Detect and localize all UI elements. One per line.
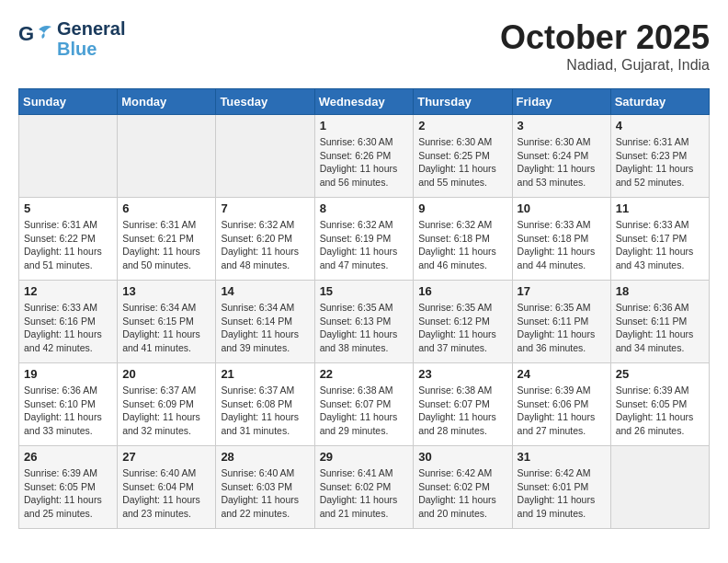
calendar-cell: 16Sunrise: 6:35 AMSunset: 6:12 PMDayligh…	[414, 281, 512, 363]
day-number: 9	[418, 201, 506, 215]
day-info: Sunrise: 6:38 AMSunset: 6:07 PMDaylight:…	[320, 384, 409, 438]
day-number: 10	[518, 201, 606, 215]
day-info: Sunrise: 6:32 AMSunset: 6:18 PMDaylight:…	[418, 218, 506, 272]
day-info: Sunrise: 6:35 AMSunset: 6:12 PMDaylight:…	[418, 301, 506, 355]
calendar-cell: 4Sunrise: 6:31 AMSunset: 6:23 PMDaylight…	[610, 115, 709, 198]
header-row: SundayMondayTuesdayWednesdayThursdayFrid…	[19, 89, 710, 115]
header-day-monday: Monday	[118, 89, 216, 115]
calendar-cell: 8Sunrise: 6:32 AMSunset: 6:19 PMDaylight…	[314, 198, 414, 281]
header-day-saturday: Saturday	[610, 89, 709, 115]
header-day-thursday: Thursday	[414, 89, 512, 115]
calendar-cell: 7Sunrise: 6:32 AMSunset: 6:20 PMDaylight…	[216, 198, 314, 281]
day-info: Sunrise: 6:39 AMSunset: 6:05 PMDaylight:…	[24, 466, 112, 521]
day-number: 19	[24, 367, 112, 381]
day-info: Sunrise: 6:39 AMSunset: 6:06 PMDaylight:…	[518, 384, 606, 438]
calendar-cell: 26Sunrise: 6:39 AMSunset: 6:05 PMDayligh…	[19, 446, 118, 529]
logo-blue: Blue	[57, 39, 125, 59]
day-number: 20	[122, 367, 210, 381]
day-number: 22	[320, 367, 409, 381]
calendar-cell: 20Sunrise: 6:37 AMSunset: 6:09 PMDayligh…	[118, 363, 216, 446]
calendar-cell: 11Sunrise: 6:33 AMSunset: 6:17 PMDayligh…	[610, 198, 709, 281]
week-row-4: 19Sunrise: 6:36 AMSunset: 6:10 PMDayligh…	[19, 363, 710, 446]
day-number: 2	[418, 119, 506, 132]
title-area: October 2025 Nadiad, Gujarat, India	[500, 18, 710, 74]
day-number: 5	[24, 201, 112, 215]
day-info: Sunrise: 6:32 AMSunset: 6:20 PMDaylight:…	[221, 218, 309, 272]
week-row-3: 12Sunrise: 6:33 AMSunset: 6:16 PMDayligh…	[19, 281, 710, 363]
day-info: Sunrise: 6:33 AMSunset: 6:16 PMDaylight:…	[24, 301, 112, 355]
day-info: Sunrise: 6:36 AMSunset: 6:11 PMDaylight:…	[616, 301, 704, 355]
day-info: Sunrise: 6:31 AMSunset: 6:22 PMDaylight:…	[24, 218, 112, 272]
calendar-cell: 28Sunrise: 6:40 AMSunset: 6:03 PMDayligh…	[216, 446, 314, 529]
day-info: Sunrise: 6:41 AMSunset: 6:02 PMDaylight:…	[320, 466, 409, 521]
calendar: SundayMondayTuesdayWednesdayThursdayFrid…	[18, 88, 710, 529]
day-info: Sunrise: 6:30 AMSunset: 6:25 PMDaylight:…	[418, 135, 506, 190]
calendar-cell	[610, 446, 709, 529]
calendar-cell: 18Sunrise: 6:36 AMSunset: 6:11 PMDayligh…	[610, 281, 709, 363]
header-day-sunday: Sunday	[19, 89, 118, 115]
day-info: Sunrise: 6:32 AMSunset: 6:19 PMDaylight:…	[320, 218, 409, 272]
week-row-1: 1Sunrise: 6:30 AMSunset: 6:26 PMDaylight…	[19, 115, 710, 198]
day-number: 6	[122, 201, 210, 215]
calendar-cell: 3Sunrise: 6:30 AMSunset: 6:24 PMDaylight…	[512, 115, 610, 198]
calendar-cell: 31Sunrise: 6:42 AMSunset: 6:01 PMDayligh…	[512, 446, 610, 529]
logo-general: General	[57, 18, 125, 39]
svg-text:G: G	[18, 22, 34, 45]
day-info: Sunrise: 6:42 AMSunset: 6:01 PMDaylight:…	[518, 466, 606, 521]
day-info: Sunrise: 6:38 AMSunset: 6:07 PMDaylight:…	[418, 384, 506, 438]
day-number: 28	[221, 450, 309, 464]
day-number: 16	[418, 284, 506, 298]
day-info: Sunrise: 6:31 AMSunset: 6:23 PMDaylight:…	[616, 135, 704, 190]
day-number: 23	[418, 367, 506, 381]
day-number: 13	[122, 284, 210, 298]
calendar-cell: 2Sunrise: 6:30 AMSunset: 6:25 PMDaylight…	[414, 115, 512, 198]
day-info: Sunrise: 6:35 AMSunset: 6:11 PMDaylight:…	[518, 301, 606, 355]
day-info: Sunrise: 6:40 AMSunset: 6:04 PMDaylight:…	[122, 466, 210, 521]
calendar-cell: 19Sunrise: 6:36 AMSunset: 6:10 PMDayligh…	[19, 363, 118, 446]
calendar-cell: 24Sunrise: 6:39 AMSunset: 6:06 PMDayligh…	[512, 363, 610, 446]
day-info: Sunrise: 6:42 AMSunset: 6:02 PMDaylight:…	[418, 466, 506, 521]
calendar-cell: 1Sunrise: 6:30 AMSunset: 6:26 PMDaylight…	[314, 115, 414, 198]
calendar-cell: 5Sunrise: 6:31 AMSunset: 6:22 PMDaylight…	[19, 198, 118, 281]
day-info: Sunrise: 6:40 AMSunset: 6:03 PMDaylight:…	[221, 466, 309, 521]
calendar-cell: 6Sunrise: 6:31 AMSunset: 6:21 PMDaylight…	[118, 198, 216, 281]
logo: G General Blue	[18, 18, 125, 59]
calendar-cell: 29Sunrise: 6:41 AMSunset: 6:02 PMDayligh…	[314, 446, 414, 529]
calendar-cell	[19, 115, 118, 198]
day-info: Sunrise: 6:37 AMSunset: 6:09 PMDaylight:…	[122, 384, 210, 438]
calendar-cell: 13Sunrise: 6:34 AMSunset: 6:15 PMDayligh…	[118, 281, 216, 363]
day-info: Sunrise: 6:33 AMSunset: 6:18 PMDaylight:…	[518, 218, 606, 272]
day-number: 3	[518, 119, 606, 132]
day-info: Sunrise: 6:35 AMSunset: 6:13 PMDaylight:…	[320, 301, 409, 355]
logo-icon: G	[18, 22, 53, 55]
day-number: 29	[320, 450, 409, 464]
day-number: 18	[616, 284, 704, 298]
day-number: 4	[616, 119, 704, 132]
day-info: Sunrise: 6:30 AMSunset: 6:26 PMDaylight:…	[320, 135, 409, 190]
calendar-cell	[216, 115, 314, 198]
calendar-cell: 14Sunrise: 6:34 AMSunset: 6:14 PMDayligh…	[216, 281, 314, 363]
week-row-5: 26Sunrise: 6:39 AMSunset: 6:05 PMDayligh…	[19, 446, 710, 529]
calendar-cell: 21Sunrise: 6:37 AMSunset: 6:08 PMDayligh…	[216, 363, 314, 446]
header-day-friday: Friday	[512, 89, 610, 115]
day-info: Sunrise: 6:34 AMSunset: 6:14 PMDaylight:…	[221, 301, 309, 355]
day-number: 15	[320, 284, 409, 298]
day-info: Sunrise: 6:39 AMSunset: 6:05 PMDaylight:…	[616, 384, 704, 438]
location: Nadiad, Gujarat, India	[500, 57, 710, 74]
day-number: 17	[518, 284, 606, 298]
day-number: 14	[221, 284, 309, 298]
day-number: 7	[221, 201, 309, 215]
calendar-cell: 10Sunrise: 6:33 AMSunset: 6:18 PMDayligh…	[512, 198, 610, 281]
calendar-cell: 17Sunrise: 6:35 AMSunset: 6:11 PMDayligh…	[512, 281, 610, 363]
week-row-2: 5Sunrise: 6:31 AMSunset: 6:22 PMDaylight…	[19, 198, 710, 281]
calendar-cell: 15Sunrise: 6:35 AMSunset: 6:13 PMDayligh…	[314, 281, 414, 363]
day-number: 31	[518, 450, 606, 464]
calendar-cell: 9Sunrise: 6:32 AMSunset: 6:18 PMDaylight…	[414, 198, 512, 281]
month-title: October 2025	[500, 18, 710, 57]
day-number: 8	[320, 201, 409, 215]
day-number: 25	[616, 367, 704, 381]
calendar-cell: 27Sunrise: 6:40 AMSunset: 6:04 PMDayligh…	[118, 446, 216, 529]
calendar-cell: 22Sunrise: 6:38 AMSunset: 6:07 PMDayligh…	[314, 363, 414, 446]
day-info: Sunrise: 6:36 AMSunset: 6:10 PMDaylight:…	[24, 384, 112, 438]
day-number: 11	[616, 201, 704, 215]
